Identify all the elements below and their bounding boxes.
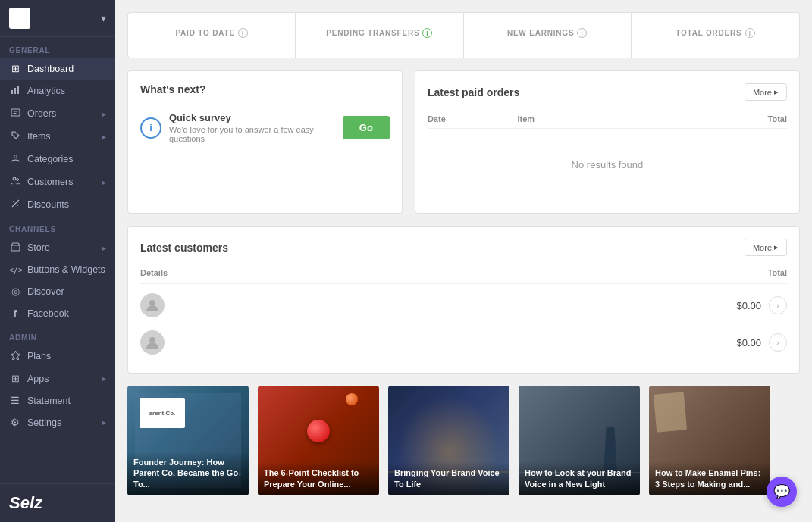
svg-point-13: [149, 337, 155, 343]
customer-chevron-2[interactable]: ›: [769, 333, 787, 352]
survey-row: i Quick survey We'd love for you to answ…: [140, 105, 390, 151]
customer-row-2: $0.00 ›: [140, 324, 787, 361]
sidebar-item-plans[interactable]: Plans: [0, 345, 115, 367]
selz-logo: Selz: [9, 493, 42, 512]
customers-card-header: Latest customers More ▸: [140, 239, 787, 256]
sidebar-item-facebook[interactable]: f Facebook: [0, 302, 115, 324]
blog-title-brand-voice-life: Bringing Your Brand Voice To Life: [394, 467, 503, 489]
customers-chevron-icon: ▸: [102, 178, 106, 186]
categories-icon: [9, 153, 21, 165]
latest-orders-title: Latest paid orders: [428, 86, 519, 98]
sidebar-item-label: Dashboard: [27, 64, 106, 74]
customers-col-total: Total: [768, 268, 787, 277]
blog-overlay-4: How to Look at your Brand Voice in a New…: [519, 461, 640, 495]
customers-table-header: Details Total: [140, 265, 787, 284]
pending-transfers-info-icon[interactable]: i: [422, 28, 432, 38]
sidebar-item-buttons-widgets[interactable]: </> Buttons & Widgets: [0, 259, 115, 280]
orders-icon: [9, 108, 21, 120]
statement-icon: ☰: [9, 395, 21, 406]
orders-no-results: No results found: [428, 129, 787, 201]
blog-card-enamel-pins[interactable]: How to Make Enamel Pins: 3 Steps to Maki…: [649, 386, 770, 495]
sidebar-label-plans: Plans: [27, 351, 106, 361]
chat-icon: 💬: [773, 483, 790, 500]
discover-icon: ◎: [9, 286, 21, 297]
stat-total-orders: TOTAL ORDERS i: [632, 13, 799, 58]
blog-overlay-1: Founder Journey: How Parent Co. Became t…: [127, 451, 249, 495]
survey-title: Quick survey: [169, 112, 335, 123]
sidebar-label-categories: Categories: [27, 154, 106, 164]
total-orders-info-icon[interactable]: i: [745, 28, 755, 38]
sidebar-item-discover[interactable]: ◎ Discover: [0, 280, 115, 302]
apps-icon: ⊞: [9, 373, 21, 384]
blog-overlay-2: The 6-Point Checklist to Prepare Your On…: [258, 461, 379, 495]
settings-chevron-icon: ▸: [102, 418, 106, 427]
sidebar-item-settings[interactable]: ⚙ Settings ▸: [0, 411, 115, 433]
go-button[interactable]: Go: [343, 116, 390, 139]
blog-card-brand-voice-light[interactable]: How to Look at your Brand Voice in a New…: [519, 386, 640, 495]
sidebar-item-dashboard[interactable]: ⊞ Dashboard: [0, 58, 115, 80]
orders-more-button[interactable]: More ▸: [745, 83, 787, 101]
customer-chevron-1[interactable]: ›: [769, 296, 787, 314]
blog-row: arent Co. Founder Journey: How Parent Co…: [127, 386, 800, 495]
sidebar-label-statement: Statement: [27, 395, 106, 406]
paid-to-date-info-icon[interactable]: i: [238, 28, 248, 38]
sidebar-item-customers[interactable]: Customers ▸: [0, 170, 115, 193]
sidebar-label-buttons-widgets: Buttons & Widgets: [27, 264, 106, 275]
orders-table-header: Date Item Total: [428, 110, 787, 129]
blog-card-checklist[interactable]: The 6-Point Checklist to Prepare Your On…: [258, 386, 379, 495]
svg-point-4: [13, 133, 14, 135]
orders-card-header: Latest paid orders More ▸: [428, 83, 787, 101]
svg-point-12: [149, 300, 155, 306]
sidebar-item-discounts[interactable]: Discounts: [0, 193, 115, 216]
orders-col-date: Date: [428, 114, 518, 123]
stat-paid-to-date: PAID TO DATE i: [128, 13, 296, 58]
plans-icon: [9, 350, 21, 362]
facebook-icon: f: [9, 308, 21, 319]
items-icon: [9, 130, 21, 142]
svg-point-8: [13, 201, 14, 202]
brand-logo[interactable]: [9, 8, 30, 29]
sidebar-item-orders[interactable]: Orders ▸: [0, 102, 115, 125]
sidebar-item-analytics[interactable]: Analytics: [0, 80, 115, 102]
sidebar-item-apps[interactable]: ⊞ Apps ▸: [0, 367, 115, 389]
svg-rect-1: [14, 88, 16, 94]
blog-title-brand-voice-light: How to Look at your Brand Voice in a New…: [525, 467, 634, 489]
sidebar-item-statement[interactable]: ☰ Statement: [0, 389, 115, 411]
survey-description: We'd love for you to answer a few easy q…: [169, 125, 335, 143]
sidebar-item-items[interactable]: Items ▸: [0, 125, 115, 148]
customer-total-1: $0.00: [736, 300, 761, 311]
sidebar-toggle-icon[interactable]: ▾: [101, 12, 106, 24]
sidebar-label-facebook: Facebook: [27, 308, 106, 319]
dashboard-icon: ⊞: [9, 63, 21, 74]
svg-marker-11: [11, 351, 20, 360]
blog-card-founder-journey[interactable]: arent Co. Founder Journey: How Parent Co…: [127, 386, 249, 495]
svg-rect-3: [11, 109, 20, 116]
orders-chevron-icon: ▸: [102, 110, 106, 118]
new-earnings-info-icon[interactable]: i: [577, 28, 587, 38]
customers-more-button[interactable]: More ▸: [745, 239, 787, 256]
orders-col-total: Total: [697, 114, 787, 123]
customer-row-1: $0.00 ›: [140, 287, 787, 324]
blog-title-checklist: The 6-Point Checklist to Prepare Your On…: [264, 467, 373, 489]
sidebar-item-store[interactable]: Store ▸: [0, 236, 115, 259]
pending-transfers-label: PENDING TRANSFERS i: [308, 28, 450, 38]
latest-customers-card: Latest customers More ▸ Details Total $0…: [127, 226, 800, 374]
sidebar-item-categories[interactable]: Categories: [0, 148, 115, 170]
whats-next-card: What's next? i Quick survey We'd love fo…: [127, 70, 403, 214]
chat-bubble[interactable]: 💬: [767, 477, 797, 507]
store-chevron-icon: ▸: [102, 244, 106, 252]
svg-point-7: [16, 179, 18, 181]
customers-col-details: Details: [140, 268, 168, 277]
latest-orders-card: Latest paid orders More ▸ Date Item Tota…: [415, 70, 800, 214]
sidebar-label-store: Store: [27, 242, 96, 253]
sidebar-label-orders: Orders: [27, 108, 96, 119]
blog-card-brand-voice-life[interactable]: Bringing Your Brand Voice To Life: [388, 386, 509, 495]
sidebar-header: ▾: [0, 0, 115, 37]
survey-info-icon: i: [140, 117, 161, 139]
sidebar: ▾ GENERAL ⊞ Dashboard Analytics Orders ▸…: [0, 0, 115, 522]
stat-new-earnings: NEW EARNINGS i: [464, 13, 632, 58]
total-orders-label: TOTAL ORDERS i: [644, 28, 787, 38]
customers-icon: [9, 176, 21, 188]
survey-text: Quick survey We'd love for you to answer…: [169, 112, 335, 143]
sidebar-label-analytics: Analytics: [27, 86, 106, 96]
